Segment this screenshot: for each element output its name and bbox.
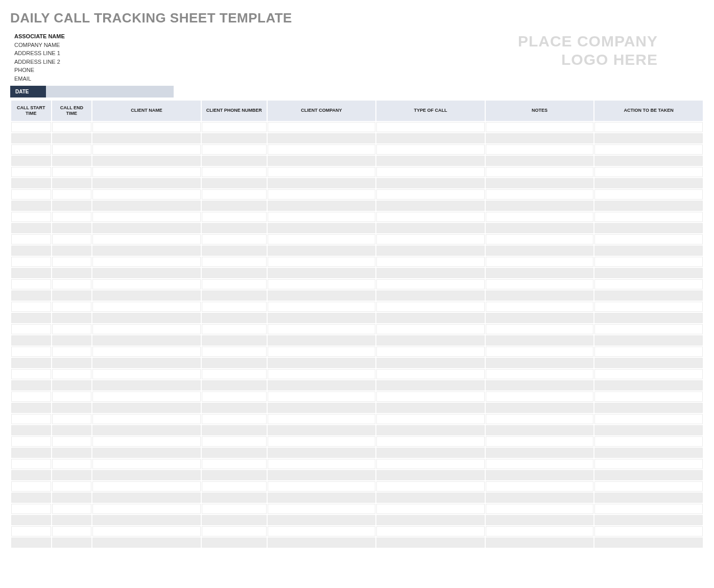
table-cell[interactable] xyxy=(92,302,201,312)
table-cell[interactable] xyxy=(594,537,703,548)
table-cell[interactable] xyxy=(486,414,594,424)
table-cell[interactable] xyxy=(11,481,51,492)
table-cell[interactable] xyxy=(202,369,267,379)
table-cell[interactable] xyxy=(52,369,92,379)
table-cell[interactable] xyxy=(52,279,92,289)
table-cell[interactable] xyxy=(52,122,92,132)
table-cell[interactable] xyxy=(92,470,201,480)
table-cell[interactable] xyxy=(52,257,92,267)
table-cell[interactable] xyxy=(11,212,51,222)
table-cell[interactable] xyxy=(376,144,485,155)
table-cell[interactable] xyxy=(268,335,376,346)
table-cell[interactable] xyxy=(202,537,267,548)
table-cell[interactable] xyxy=(376,358,485,368)
table-cell[interactable] xyxy=(594,425,703,435)
table-cell[interactable] xyxy=(52,347,92,357)
table-cell[interactable] xyxy=(202,436,267,447)
table-cell[interactable] xyxy=(268,167,376,177)
table-cell[interactable] xyxy=(92,414,201,424)
table-cell[interactable] xyxy=(376,493,485,503)
table-cell[interactable] xyxy=(202,335,267,346)
table-cell[interactable] xyxy=(268,459,376,469)
table-cell[interactable] xyxy=(594,201,703,211)
table-cell[interactable] xyxy=(92,526,201,536)
table-cell[interactable] xyxy=(202,189,267,200)
table-cell[interactable] xyxy=(594,459,703,469)
table-cell[interactable] xyxy=(11,403,51,413)
table-cell[interactable] xyxy=(594,526,703,536)
table-cell[interactable] xyxy=(11,167,51,177)
table-cell[interactable] xyxy=(268,144,376,155)
table-cell[interactable] xyxy=(268,448,376,458)
table-cell[interactable] xyxy=(486,459,594,469)
table-cell[interactable] xyxy=(486,212,594,222)
table-cell[interactable] xyxy=(202,313,267,323)
table-cell[interactable] xyxy=(268,414,376,424)
table-cell[interactable] xyxy=(92,436,201,447)
table-cell[interactable] xyxy=(376,290,485,301)
table-cell[interactable] xyxy=(268,369,376,379)
table-cell[interactable] xyxy=(11,189,51,200)
table-cell[interactable] xyxy=(52,324,92,334)
table-cell[interactable] xyxy=(92,212,201,222)
table-cell[interactable] xyxy=(594,313,703,323)
table-cell[interactable] xyxy=(268,526,376,536)
table-cell[interactable] xyxy=(92,156,201,166)
table-cell[interactable] xyxy=(52,515,92,525)
table-cell[interactable] xyxy=(594,347,703,357)
table-cell[interactable] xyxy=(52,246,92,256)
table-cell[interactable] xyxy=(92,391,201,402)
table-cell[interactable] xyxy=(594,369,703,379)
table-cell[interactable] xyxy=(594,436,703,447)
table-cell[interactable] xyxy=(486,178,594,188)
table-cell[interactable] xyxy=(202,268,267,278)
table-cell[interactable] xyxy=(52,302,92,312)
table-cell[interactable] xyxy=(594,122,703,132)
table-cell[interactable] xyxy=(11,380,51,390)
table-cell[interactable] xyxy=(376,313,485,323)
table-cell[interactable] xyxy=(52,403,92,413)
table-cell[interactable] xyxy=(376,403,485,413)
table-cell[interactable] xyxy=(594,268,703,278)
table-cell[interactable] xyxy=(594,391,703,402)
table-cell[interactable] xyxy=(92,268,201,278)
table-cell[interactable] xyxy=(202,234,267,244)
table-cell[interactable] xyxy=(52,436,92,447)
table-cell[interactable] xyxy=(52,313,92,323)
table-cell[interactable] xyxy=(92,369,201,379)
table-cell[interactable] xyxy=(376,324,485,334)
table-cell[interactable] xyxy=(486,347,594,357)
table-cell[interactable] xyxy=(11,302,51,312)
table-cell[interactable] xyxy=(202,257,267,267)
table-cell[interactable] xyxy=(11,223,51,233)
table-cell[interactable] xyxy=(376,302,485,312)
table-cell[interactable] xyxy=(202,279,267,289)
table-cell[interactable] xyxy=(268,178,376,188)
table-cell[interactable] xyxy=(486,436,594,447)
table-cell[interactable] xyxy=(594,189,703,200)
table-cell[interactable] xyxy=(594,470,703,480)
table-cell[interactable] xyxy=(486,380,594,390)
table-cell[interactable] xyxy=(202,414,267,424)
table-cell[interactable] xyxy=(11,324,51,334)
table-cell[interactable] xyxy=(52,380,92,390)
table-cell[interactable] xyxy=(11,290,51,301)
table-cell[interactable] xyxy=(268,279,376,289)
table-cell[interactable] xyxy=(376,189,485,200)
table-cell[interactable] xyxy=(376,133,485,143)
table-cell[interactable] xyxy=(202,167,267,177)
table-cell[interactable] xyxy=(268,246,376,256)
table-cell[interactable] xyxy=(376,380,485,390)
table-cell[interactable] xyxy=(376,122,485,132)
table-cell[interactable] xyxy=(11,257,51,267)
table-cell[interactable] xyxy=(268,347,376,357)
table-cell[interactable] xyxy=(486,358,594,368)
table-cell[interactable] xyxy=(376,391,485,402)
table-cell[interactable] xyxy=(202,391,267,402)
table-cell[interactable] xyxy=(52,391,92,402)
table-cell[interactable] xyxy=(594,133,703,143)
table-cell[interactable] xyxy=(486,257,594,267)
table-cell[interactable] xyxy=(202,324,267,334)
table-cell[interactable] xyxy=(268,436,376,447)
table-cell[interactable] xyxy=(594,335,703,346)
